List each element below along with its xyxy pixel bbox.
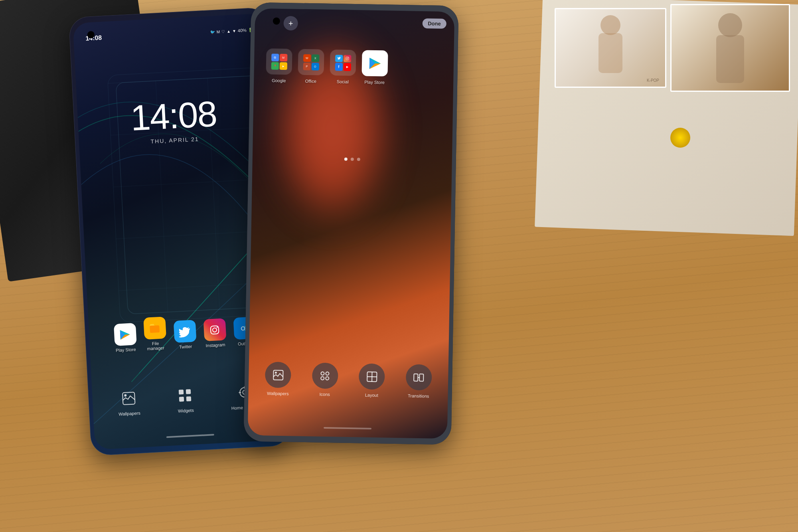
app-grid-right: G M 📍 ▶ Google W X P xyxy=(266,48,442,90)
svg-rect-30 xyxy=(346,57,349,60)
svg-point-38 xyxy=(326,376,329,380)
svg-point-31 xyxy=(347,58,348,59)
social-app-4: ▶ xyxy=(343,63,351,71)
playstore-icon-right xyxy=(361,50,388,76)
add-button[interactable]: + xyxy=(283,16,298,31)
camera-punch-hole-right xyxy=(273,18,280,25)
transitions-edit-label: Transitions xyxy=(408,394,429,399)
transitions-edit-icon xyxy=(405,364,432,390)
svg-point-35 xyxy=(321,372,324,375)
app-item-playstore-right[interactable]: Play Store xyxy=(361,50,388,85)
svg-rect-43 xyxy=(419,374,423,381)
edit-option-layout[interactable]: Layout xyxy=(350,363,393,398)
svg-point-34 xyxy=(275,372,277,374)
dot-1 xyxy=(344,158,348,161)
folder-social[interactable]: f ▶ Social xyxy=(330,49,356,84)
wallpapers-edit-icon xyxy=(265,362,291,388)
svg-rect-23 xyxy=(186,396,192,401)
folder-social-grid: f ▶ xyxy=(335,55,351,71)
instagram-label: Instagram xyxy=(205,342,225,348)
google-app-2: M xyxy=(280,53,287,61)
folder-google-icon: G M 📍 ▶ xyxy=(266,48,292,75)
widgets-dock-label: Widgets xyxy=(178,408,194,413)
svg-point-36 xyxy=(326,372,329,375)
svg-rect-10 xyxy=(150,325,160,332)
filemanager-icon xyxy=(143,316,166,340)
folder-google-grid: G M 📍 ▶ xyxy=(271,53,287,70)
edit-option-transitions[interactable]: Transitions xyxy=(397,364,440,399)
wifi-icon: ▼ xyxy=(232,28,236,33)
phone-right: + Done G M 📍 ▶ Google xyxy=(243,2,458,445)
gold-coin xyxy=(670,128,690,148)
svg-rect-20 xyxy=(179,390,184,395)
office-app-4: O xyxy=(311,63,319,70)
google-app-3: 📍 xyxy=(271,62,279,69)
social-folder-label: Social xyxy=(337,79,349,84)
done-button[interactable]: Done xyxy=(422,18,446,29)
status-icons-left: 🐦 M ♡ ▲ ▼ 40% 🔋 xyxy=(210,28,253,35)
wallpapers-edit-label: Wallpapers xyxy=(267,391,289,396)
office-folder-label: Office xyxy=(305,79,316,83)
social-app-3: f xyxy=(335,63,342,71)
phone-right-screen: + Done G M 📍 ▶ Google xyxy=(248,8,455,439)
svg-point-12 xyxy=(213,328,217,332)
svg-line-2 xyxy=(108,75,267,83)
svg-rect-42 xyxy=(414,374,418,381)
svg-rect-22 xyxy=(179,396,184,401)
layout-edit-icon xyxy=(359,363,385,390)
svg-rect-21 xyxy=(186,389,191,394)
folder-office-grid: W X P O xyxy=(303,54,319,70)
dot-indicators xyxy=(344,158,360,161)
app-item-twitter[interactable]: Twitter xyxy=(173,320,197,350)
battery-text: 40% xyxy=(238,28,247,33)
dock-wallpapers[interactable]: Wallpapers xyxy=(117,387,141,417)
playstore-label-right: Play Store xyxy=(364,80,385,85)
twitter-label: Twitter xyxy=(179,344,192,350)
google-folder-label: Google xyxy=(272,78,286,83)
dot-2 xyxy=(351,158,354,161)
svg-point-32 xyxy=(348,57,348,58)
icons-edit-label: Icons xyxy=(320,392,330,397)
twitter-status-icon: 🐦 xyxy=(210,30,215,34)
app-item-playstore[interactable]: Play Store xyxy=(113,323,137,353)
filemanager-label: Filemanager xyxy=(147,340,165,351)
app-row-1-right: G M 📍 ▶ Google W X P xyxy=(266,48,442,86)
heart-status-icon: ♡ xyxy=(221,29,225,34)
social-app-2 xyxy=(344,55,351,62)
folder-office[interactable]: W X P O Office xyxy=(298,49,324,84)
svg-point-19 xyxy=(124,394,126,396)
mail-status-icon: M xyxy=(216,30,220,34)
folder-office-icon: W X P O xyxy=(298,49,324,75)
twitter-icon xyxy=(173,320,196,343)
edit-options-grid: Wallpapers Icons xyxy=(256,362,440,399)
dot-3 xyxy=(357,158,360,161)
signal-icon: ▲ xyxy=(227,29,231,34)
google-app-4: ▶ xyxy=(279,62,287,69)
wallpapers-dock-icon xyxy=(117,387,140,410)
photos-area: K-POP xyxy=(519,0,798,239)
nav-bar-right xyxy=(324,427,371,429)
edit-option-wallpapers[interactable]: Wallpapers xyxy=(256,362,300,396)
office-app-2: X xyxy=(312,54,319,62)
svg-point-37 xyxy=(321,376,324,380)
office-app-1: W xyxy=(303,54,311,61)
playstore-icon xyxy=(113,323,136,346)
folder-social-icon: f ▶ xyxy=(330,49,356,76)
google-app-1: G xyxy=(271,53,279,61)
app-item-filemanager[interactable]: Filemanager xyxy=(143,316,167,351)
app-item-instagram[interactable]: Instagram xyxy=(203,318,227,348)
photo-2: K-POP xyxy=(555,8,666,88)
office-app-3: P xyxy=(303,62,310,70)
photo-1 xyxy=(670,4,790,92)
dock-widgets[interactable]: Widgets xyxy=(174,384,197,413)
icons-edit-icon xyxy=(312,362,338,389)
edit-option-icons[interactable]: Icons xyxy=(303,362,347,397)
layout-edit-label: Layout xyxy=(365,393,378,398)
widgets-dock-icon xyxy=(174,384,197,407)
instagram-icon xyxy=(203,318,226,341)
social-app-1 xyxy=(335,55,343,62)
folder-google[interactable]: G M 📍 ▶ Google xyxy=(266,48,292,83)
